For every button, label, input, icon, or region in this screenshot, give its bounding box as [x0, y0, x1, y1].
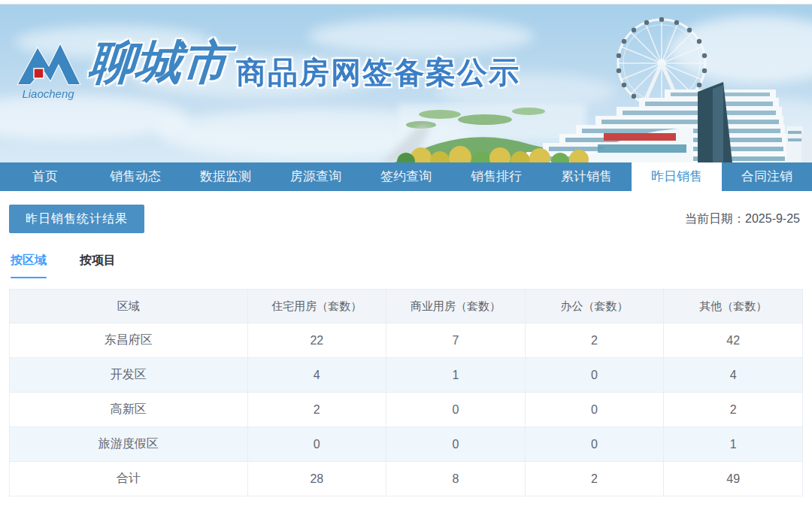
current-date-value: 2025-9-25 [745, 212, 800, 225]
value-cell: 2 [525, 323, 664, 358]
table-row: 东昌府区 22 7 2 42 [10, 323, 803, 358]
value-cell: 0 [386, 427, 526, 462]
value-cell: 49 [664, 462, 803, 496]
value-cell: 1 [386, 358, 526, 393]
nav-item-yesterday-sales[interactable]: 昨日销售 [632, 162, 722, 191]
value-cell: 22 [247, 323, 386, 358]
value-cell: 8 [386, 462, 526, 496]
region-cell: 开发区 [10, 358, 248, 393]
liaocheng-logo: Liaocheng [15, 39, 81, 105]
toolbar: 昨日销售统计结果 当前日期：2025-9-25 [9, 205, 803, 233]
tab-by-region[interactable]: 按区域 [11, 253, 47, 278]
value-cell: 0 [525, 358, 664, 393]
table-row: 高新区 2 0 0 2 [10, 393, 803, 427]
value-cell: 42 [664, 323, 803, 358]
table-row: 开发区 4 1 0 4 [10, 358, 803, 393]
value-cell: 1 [664, 427, 803, 462]
column-header-region: 区域 [10, 290, 248, 323]
content: 昨日销售统计结果 当前日期：2025-9-25 按区域 按项目 区域 住宅用房（… [0, 191, 812, 496]
table-row-total: 合计 28 8 2 49 [10, 462, 803, 496]
yesterday-sales-table: 区域 住宅用房（套数） 商业用房（套数） 办公（套数） 其他（套数） 东昌府区 … [9, 289, 803, 496]
value-cell: 7 [386, 323, 526, 358]
column-header-other: 其他（套数） [664, 290, 803, 323]
tab-by-project-label: 按项目 [80, 253, 116, 266]
yesterday-sales-summary-button[interactable]: 昨日销售统计结果 [9, 205, 144, 233]
banner-title: 商品房网签备案公示 [236, 57, 520, 87]
region-cell: 东昌府区 [10, 323, 248, 358]
value-cell: 0 [386, 393, 526, 427]
nav-item-sales-ranking[interactable]: 销售排行 [451, 162, 541, 191]
tab-by-project[interactable]: 按项目 [80, 253, 116, 278]
value-cell: 0 [525, 393, 664, 427]
nav-item-contract-cancellation[interactable]: 合同注销 [722, 162, 812, 191]
city-name: 聊城市 [87, 39, 230, 86]
current-date-label: 当前日期： [685, 212, 745, 225]
table-row: 旅游度假区 0 0 0 1 [10, 427, 803, 462]
column-header-residential: 住宅用房（套数） [247, 290, 386, 323]
logo-script-text: Liaocheng [22, 87, 74, 100]
nav-item-cumulative-sales[interactable]: 累计销售 [541, 162, 632, 191]
current-date: 当前日期：2025-9-25 [685, 211, 803, 227]
region-cell: 高新区 [10, 393, 248, 427]
liaocheng-logo-icon: Liaocheng [15, 39, 81, 102]
main-nav: 首页 销售动态 数据监测 房源查询 签约查询 销售排行 累计销售 昨日销售 合同… [0, 162, 812, 191]
value-cell: 2 [664, 393, 803, 427]
nav-item-data-monitoring[interactable]: 数据监测 [180, 162, 271, 191]
nav-item-listing-search[interactable]: 房源查询 [271, 162, 361, 191]
value-cell: 4 [664, 358, 803, 393]
value-cell: 2 [525, 462, 664, 496]
nav-item-home[interactable]: 首页 [0, 162, 90, 191]
tab-active-underline [11, 277, 47, 278]
value-cell: 2 [247, 393, 386, 427]
value-cell: 28 [247, 462, 386, 496]
column-header-office: 办公（套数） [525, 290, 664, 323]
value-cell: 4 [247, 358, 386, 393]
region-cell: 旅游度假区 [10, 427, 248, 462]
tab-by-region-label: 按区域 [11, 253, 47, 266]
nav-item-sales-activity[interactable]: 销售动态 [90, 162, 180, 191]
value-cell: 0 [247, 427, 386, 462]
value-cell: 0 [525, 427, 664, 462]
banner: Liaocheng 聊城市 商品房网签备案公示 [0, 5, 812, 162]
brand: Liaocheng 聊城市 商品房网签备案公示 [15, 39, 520, 105]
view-tabs: 按区域 按项目 [9, 253, 803, 278]
nav-item-signing-search[interactable]: 签约查询 [361, 162, 451, 191]
column-header-commercial: 商业用房（套数） [386, 290, 526, 323]
region-cell: 合计 [10, 462, 248, 496]
table-header-row: 区域 住宅用房（套数） 商业用房（套数） 办公（套数） 其他（套数） [10, 290, 803, 323]
